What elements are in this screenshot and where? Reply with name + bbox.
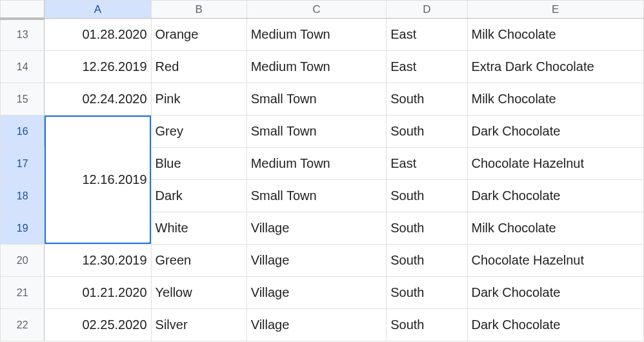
row-header[interactable]: 22: [1, 309, 45, 341]
column-header-row: A B C D E: [1, 1, 644, 19]
table-row: 22 02.25.2020 Silver Village South Dark …: [1, 309, 644, 341]
column-header-b[interactable]: B: [151, 1, 247, 19]
row-header[interactable]: 20: [1, 245, 45, 277]
cell-b[interactable]: Grey: [151, 116, 247, 148]
cell-d[interactable]: South: [387, 277, 467, 309]
cell-a[interactable]: 02.25.2020: [45, 309, 151, 341]
cell-c[interactable]: Village: [247, 245, 386, 277]
cell-d[interactable]: East: [387, 19, 467, 51]
cell-c[interactable]: Village: [247, 277, 386, 309]
spreadsheet-grid[interactable]: A B C D E 13 01.28.2020 Orange Medium To…: [0, 0, 644, 341]
cell-d[interactable]: South: [387, 245, 467, 277]
cell-b[interactable]: Silver: [151, 309, 247, 341]
row-header[interactable]: 14: [1, 51, 45, 83]
row-header[interactable]: 18: [1, 180, 45, 212]
cell-b[interactable]: Yellow: [151, 277, 247, 309]
cell-e[interactable]: Milk Chocolate: [467, 212, 644, 245]
cell-a[interactable]: 01.28.2020: [45, 19, 151, 51]
cell-d[interactable]: South: [387, 180, 467, 212]
cell-c[interactable]: Village: [247, 212, 386, 245]
cell-e[interactable]: Chocolate Hazelnut: [467, 245, 644, 277]
cell-a[interactable]: 02.24.2020: [45, 83, 151, 116]
row-header[interactable]: 19: [1, 212, 45, 245]
cell-b[interactable]: Blue: [151, 148, 247, 180]
cell-e[interactable]: Dark Chocolate: [467, 180, 644, 212]
cell-b[interactable]: White: [151, 212, 247, 245]
row-header[interactable]: 15: [1, 83, 45, 116]
cell-d[interactable]: South: [387, 116, 467, 148]
cell-b[interactable]: Red: [151, 51, 247, 83]
cell-b[interactable]: Orange: [151, 19, 247, 51]
cell-c[interactable]: Medium Town: [247, 148, 386, 180]
cell-a[interactable]: 12.30.2019: [45, 245, 151, 277]
cell-c[interactable]: Medium Town: [247, 19, 386, 51]
cell-b[interactable]: Dark: [151, 180, 247, 212]
cell-c[interactable]: Medium Town: [247, 51, 386, 83]
table-row: 15 02.24.2020 Pink Small Town South Milk…: [1, 83, 644, 116]
select-all-corner[interactable]: [1, 1, 45, 19]
merged-selected-cell[interactable]: 12.16.2019: [45, 116, 151, 245]
table-row: 21 01.21.2020 Yellow Village South Dark …: [1, 277, 644, 309]
cell-c[interactable]: Small Town: [247, 83, 386, 116]
table-row: 14 12.26.2019 Red Medium Town East Extra…: [1, 51, 644, 83]
column-header-c[interactable]: C: [247, 1, 386, 19]
cell-d[interactable]: South: [387, 212, 467, 245]
merged-cell-value: 12.16.2019: [82, 172, 146, 186]
cell-e[interactable]: Extra Dark Chocolate: [467, 51, 644, 83]
cell-d[interactable]: East: [387, 51, 467, 83]
column-header-a[interactable]: A: [45, 1, 151, 19]
cell-e[interactable]: Dark Chocolate: [467, 309, 644, 341]
table-row: 13 01.28.2020 Orange Medium Town East Mi…: [1, 19, 644, 51]
row-header[interactable]: 13: [1, 19, 45, 51]
cell-b[interactable]: Pink: [151, 83, 247, 116]
cell-e[interactable]: Milk Chocolate: [467, 83, 644, 116]
cell-c[interactable]: Small Town: [247, 116, 386, 148]
cell-e[interactable]: Milk Chocolate: [467, 19, 644, 51]
row-header[interactable]: 17: [1, 148, 45, 180]
cell-e[interactable]: Dark Chocolate: [467, 277, 644, 309]
row-header[interactable]: 16: [1, 116, 45, 148]
cell-e[interactable]: Dark Chocolate: [467, 116, 644, 148]
cell-a[interactable]: 01.21.2020: [45, 277, 151, 309]
cell-c[interactable]: Village: [247, 309, 386, 341]
row-header[interactable]: 21: [1, 277, 45, 309]
cell-b[interactable]: Green: [151, 245, 247, 277]
cell-d[interactable]: South: [387, 309, 467, 341]
cell-a[interactable]: 12.26.2019: [45, 51, 151, 83]
cell-e[interactable]: Chocolate Hazelnut: [467, 148, 644, 180]
table-row: 20 12.30.2019 Green Village South Chocol…: [1, 245, 644, 277]
cell-d[interactable]: East: [387, 148, 467, 180]
selection-fill-handle[interactable]: [148, 241, 152, 245]
cell-c[interactable]: Small Town: [247, 180, 386, 212]
column-header-d[interactable]: D: [387, 1, 467, 19]
cell-d[interactable]: South: [387, 83, 467, 116]
table-row: 16 12.16.2019 Grey Small Town South Dark…: [1, 116, 644, 148]
column-header-e[interactable]: E: [467, 1, 644, 19]
